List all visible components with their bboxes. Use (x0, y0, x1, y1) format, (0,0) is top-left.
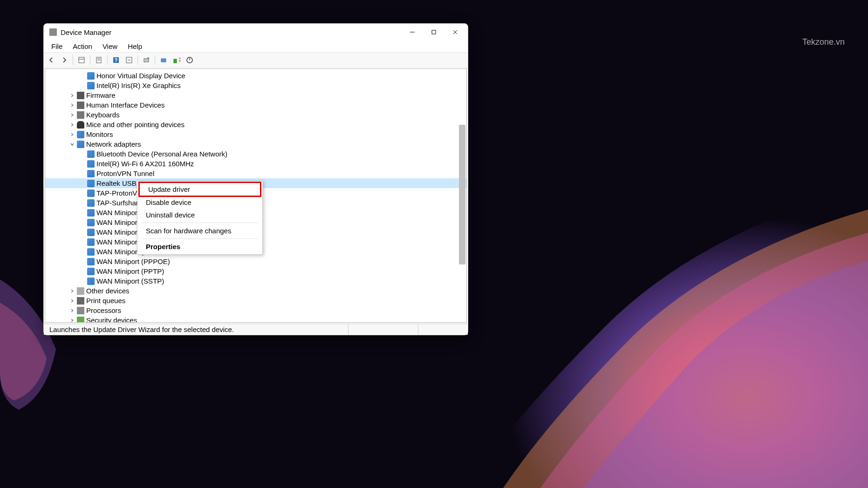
chevron-right-icon[interactable] (69, 122, 75, 128)
menu-file[interactable]: File (47, 41, 67, 51)
chevron-right-icon[interactable] (69, 132, 75, 137)
chevron-down-icon[interactable] (69, 142, 75, 147)
chevron-right-icon (80, 210, 85, 216)
tree-node[interactable]: Processors (45, 305, 466, 315)
menu-help[interactable]: Help (123, 41, 147, 51)
context-menu-item[interactable]: Properties (137, 240, 262, 253)
tree-node[interactable]: WAN Miniport (SSTP) (45, 276, 466, 286)
display-icon (87, 72, 95, 80)
tree-node[interactable]: Honor Virtual Display Device (45, 71, 466, 81)
svg-point-14 (147, 57, 149, 59)
chevron-right-icon[interactable] (69, 318, 75, 323)
context-menu: Update driverDisable deviceUninstall dev… (137, 181, 263, 255)
network-icon (87, 229, 95, 236)
maximize-button[interactable] (423, 25, 444, 40)
chevron-right-icon (80, 259, 85, 264)
chevron-right-icon[interactable] (69, 112, 75, 118)
svg-rect-2 (432, 30, 436, 34)
titlebar[interactable]: Device Manager (44, 24, 468, 41)
network-icon (87, 190, 95, 197)
minimize-button[interactable] (402, 25, 423, 40)
update-driver-button[interactable] (158, 54, 169, 66)
tree-node[interactable]: Network adapters (45, 139, 466, 149)
device-manager-window: Device Manager File Action View Help ? ✕ (43, 23, 468, 335)
tree-node[interactable]: Mice and other pointing devices (45, 120, 466, 129)
chevron-right-icon[interactable] (69, 308, 75, 313)
toolbar: ? ✕ (44, 53, 468, 68)
scan-hardware-button[interactable] (141, 54, 152, 66)
context-menu-item[interactable]: Uninstall device (137, 209, 262, 221)
chevron-right-icon (80, 83, 85, 88)
tree-node[interactable]: Intel(R) Iris(R) Xe Graphics (45, 81, 466, 90)
forward-button[interactable] (59, 54, 70, 66)
chevron-right-icon[interactable] (69, 93, 75, 98)
chevron-right-icon[interactable] (69, 288, 75, 294)
tree-node[interactable]: Bluetooth Device (Personal Area Network) (45, 149, 466, 159)
tree-node[interactable]: Keyboards (45, 110, 466, 120)
tree-node-label: Security devices (86, 316, 137, 323)
tree-node[interactable]: Firmware (45, 90, 466, 100)
tree-node-label: Mice and other pointing devices (86, 121, 185, 129)
tree-node-label: Honor Virtual Display Device (96, 72, 185, 80)
scrollbar[interactable] (459, 125, 465, 264)
tree-node[interactable]: Other devices (45, 286, 466, 296)
tree-node[interactable]: WAN Miniport (PPPOE) (45, 257, 466, 266)
show-hide-tree-button[interactable] (76, 54, 87, 66)
chevron-right-icon (80, 269, 85, 274)
action-button[interactable] (123, 54, 135, 66)
chevron-right-icon (80, 181, 85, 186)
uninstall-button[interactable]: ✕ (171, 54, 182, 66)
chevron-right-icon (80, 200, 85, 206)
tree-node-label: Human Interface Devices (86, 101, 164, 109)
window-title: Device Manager (61, 28, 111, 36)
menu-action[interactable]: Action (68, 41, 97, 51)
context-menu-item[interactable]: Update driver (138, 182, 261, 197)
tree-node[interactable]: Human Interface Devices (45, 100, 466, 110)
tree-node-label: Monitors (86, 130, 113, 138)
mouse-icon (77, 121, 84, 129)
disable-button[interactable] (184, 54, 195, 66)
help-button[interactable]: ? (110, 54, 122, 66)
network-icon (87, 268, 95, 275)
menu-view[interactable]: View (98, 41, 122, 51)
svg-rect-5 (79, 57, 84, 63)
hid-icon (77, 102, 84, 109)
chevron-right-icon[interactable] (69, 298, 75, 304)
context-menu-separator (142, 238, 258, 239)
display-icon (87, 82, 95, 89)
network-icon (87, 150, 95, 158)
tree-node-label: Intel(R) Wi-Fi 6 AX201 160MHz (96, 160, 194, 168)
tree-node[interactable]: WAN Miniport (PPTP) (45, 266, 466, 276)
tree-node[interactable]: Security devices (45, 315, 466, 323)
toolbar-separator (73, 55, 73, 65)
tree-node-label: WAN Miniport (PPTP) (96, 267, 164, 275)
tree-node[interactable]: Monitors (45, 129, 466, 139)
properties-button[interactable] (93, 54, 104, 66)
tree-node-label: WAN Miniport (SSTP) (96, 277, 164, 285)
toolbar-separator (90, 55, 90, 65)
chevron-right-icon[interactable] (69, 102, 75, 108)
menubar: File Action View Help (44, 41, 468, 53)
tree-node[interactable]: Intel(R) Wi-Fi 6 AX201 160MHz (45, 159, 466, 169)
svg-rect-13 (144, 59, 149, 62)
context-menu-item[interactable]: Disable device (137, 196, 262, 209)
close-button[interactable] (444, 25, 466, 40)
statusbar: Launches the Update Driver Wizard for th… (44, 324, 468, 335)
tree-node-label: Firmware (86, 91, 116, 99)
status-cell-3 (418, 324, 465, 335)
tree-node[interactable]: Print queues (45, 296, 466, 305)
print-icon (77, 297, 84, 305)
network-icon (87, 258, 95, 265)
tree-node-label: Other devices (86, 287, 130, 295)
network-icon (87, 199, 95, 207)
network-icon (77, 141, 84, 148)
network-icon (87, 209, 95, 217)
chevron-right-icon (80, 73, 85, 79)
chevron-right-icon (80, 249, 85, 255)
tree-node-label: Intel(R) Iris(R) Xe Graphics (96, 81, 181, 89)
toolbar-separator (137, 55, 138, 65)
tree-node-label: Network adapters (86, 140, 141, 148)
context-menu-item[interactable]: Scan for hardware changes (137, 224, 262, 237)
tree-node[interactable]: ProtonVPN Tunnel (45, 169, 466, 178)
back-button[interactable] (46, 54, 57, 66)
